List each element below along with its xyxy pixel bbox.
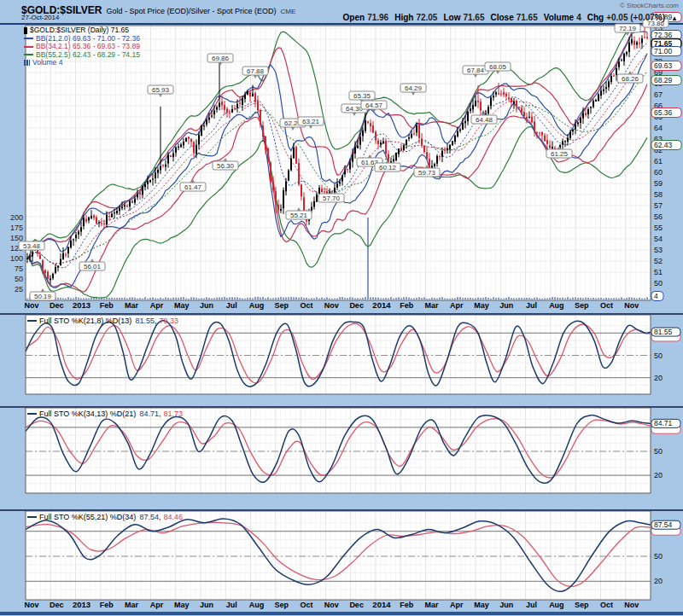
volume-bar [270, 299, 271, 299]
x-month-label: Apr [150, 601, 164, 609]
candle-body [503, 92, 505, 95]
volume-bar [62, 299, 64, 299]
volume-bar [60, 298, 61, 299]
candle-body [406, 140, 407, 145]
volume-bar [467, 298, 469, 299]
volume-bar [459, 297, 461, 299]
candle-body [190, 139, 192, 142]
volume-bar [285, 298, 287, 299]
ohlc-item: Low71.65 [443, 13, 484, 22]
x-month-label: Nov [624, 601, 639, 609]
volume-bar [260, 298, 261, 299]
volume-tick-label: 50 [15, 275, 23, 283]
candle-body [293, 148, 295, 159]
candle-body [423, 146, 425, 152]
chart-canvas: 80502081.5580502084.7180502087.545051525… [0, 0, 683, 616]
candle-body [155, 172, 156, 178]
candle-body [521, 108, 522, 113]
candle-body [252, 94, 254, 96]
volume-bar [618, 299, 620, 299]
volume-bar [582, 298, 584, 299]
volume-bar [495, 298, 497, 299]
y-tick-label: 64 [654, 124, 663, 132]
candle-body [88, 218, 90, 221]
volume-bar [434, 298, 435, 299]
candle-body [544, 136, 546, 142]
volume-bar [324, 299, 325, 299]
sto-21-k-value: 81.55 [135, 317, 155, 325]
volume-tick-label: 75 [15, 264, 23, 273]
sto-21-legend-name: Full STO %K(21,8) %D(13) [39, 317, 131, 325]
volume-bar [616, 298, 617, 299]
volume-bar [639, 298, 640, 299]
candle-body [129, 201, 131, 206]
volume-bar [152, 297, 154, 299]
comma: , [155, 317, 157, 325]
volume-bar [134, 298, 136, 299]
candle-body [375, 131, 377, 140]
candle-body [595, 100, 597, 102]
y-tick-label: 59 [654, 179, 663, 188]
volume-bar [500, 299, 502, 299]
candle-body [206, 119, 207, 125]
volume-bar [536, 298, 538, 299]
candle-body [213, 110, 215, 114]
volume-bar [67, 297, 69, 299]
volume-bar [531, 299, 533, 299]
volume-tick-label: 175 [10, 224, 23, 232]
x-month-label: Nov [24, 301, 38, 310]
volume-bar [370, 297, 371, 299]
main-chart-legend: $GOLD:$SILVER (Daily) 71.65 BB(21,2.0) 6… [24, 26, 140, 67]
volume-bar [610, 299, 612, 299]
volume-bar [124, 298, 126, 299]
candle-body [452, 141, 453, 145]
volume-bar [318, 299, 320, 299]
candle-body [106, 215, 108, 224]
x-month-label: 2014 [372, 300, 391, 310]
volume-bar [142, 299, 143, 299]
x-month-label: Aug [249, 601, 265, 609]
x-month-label: Feb [400, 301, 414, 310]
candle-body [149, 180, 151, 182]
sto-k-callout-value: 84.71 [654, 419, 673, 427]
candle-body [610, 76, 612, 82]
volume-bar [265, 299, 266, 299]
volume-bar [262, 297, 264, 299]
candle-body [50, 279, 51, 281]
candle-body [298, 163, 300, 184]
candle-body [380, 142, 382, 144]
candle-body [73, 239, 74, 240]
sto-55-legend: Full STO %K(55,21) %D(34) 87.54, 84.46 [27, 513, 183, 521]
ohlc-item: Close71.65 [490, 13, 537, 22]
candle-body [65, 254, 67, 255]
candle-body [439, 156, 441, 157]
ohlc-label: Open [343, 13, 365, 22]
candle-body [459, 130, 461, 131]
annotation-value: 64.57 [365, 102, 383, 109]
volume-bar [283, 297, 284, 299]
candle-body [62, 253, 64, 259]
candle-body [398, 148, 400, 154]
candle-body [178, 147, 179, 148]
comma: , [159, 513, 161, 521]
y-tick-label: 53 [654, 246, 663, 254]
sto-axis-label: 50 [654, 447, 663, 456]
candle-body [221, 102, 223, 105]
volume-bar [211, 299, 213, 299]
volume-bar [275, 298, 277, 299]
candle-body [580, 118, 581, 123]
candle-body [226, 109, 228, 113]
annotation-value: 53.48 [23, 242, 41, 250]
candle-body [119, 208, 120, 212]
volume-bar [521, 298, 522, 299]
volume-bar [126, 299, 128, 299]
candle-body [80, 227, 82, 231]
candle-body [70, 241, 72, 247]
volume-bar [423, 297, 425, 299]
candle-body [152, 178, 154, 179]
volume-bars-icon [24, 60, 30, 66]
candle-body [188, 137, 190, 138]
y-tick-label: 61 [654, 157, 663, 166]
candle-body [52, 274, 54, 278]
sto-axis-label: 50 [654, 552, 663, 561]
